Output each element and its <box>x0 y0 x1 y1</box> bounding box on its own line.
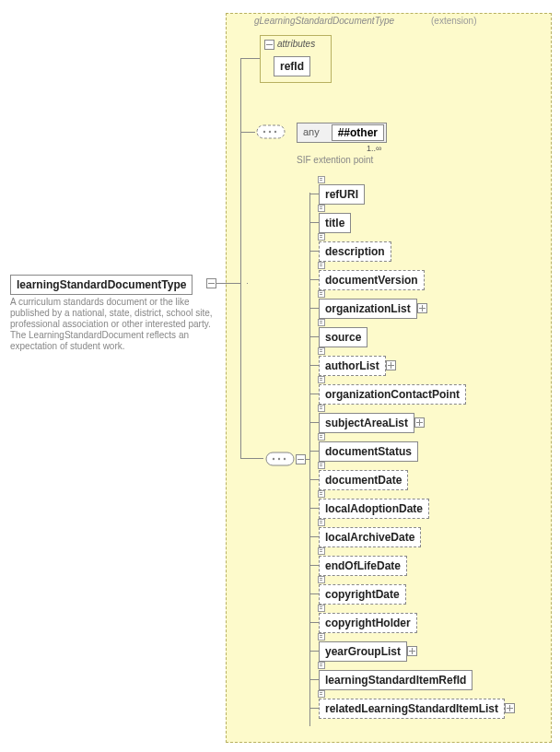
element-authorList: authorList <box>319 356 386 376</box>
element-source: source <box>319 327 368 347</box>
doc-icon <box>318 690 325 698</box>
element-label: documentVersion <box>325 274 418 287</box>
element-label: organizationList <box>325 302 411 315</box>
doc-icon <box>318 233 325 241</box>
root-expander[interactable] <box>206 278 216 288</box>
svg-point-1 <box>263 131 265 133</box>
element-endOfLifeDate: endOfLifeDate <box>319 556 407 576</box>
svg-point-2 <box>269 131 271 133</box>
attr-refid-label: refId <box>280 60 304 73</box>
element-label: title <box>325 217 344 229</box>
attributes-label: attributes <box>277 39 315 49</box>
element-label: source <box>325 331 361 344</box>
doc-icon <box>318 319 325 326</box>
element-yearGroupList: yearGroupList <box>319 641 407 662</box>
doc-icon <box>318 462 325 469</box>
doc-icon <box>318 605 325 612</box>
expand-relatedLearningStandardItemList[interactable] <box>505 703 515 713</box>
doc-icon <box>318 376 325 383</box>
element-label: copyrightDate <box>325 588 400 601</box>
doc-icon <box>318 633 325 640</box>
element-description: description <box>319 241 391 262</box>
any-value: ##other <box>332 124 384 141</box>
element-label: localArchiveDate <box>325 531 414 544</box>
attr-refid: refId <box>274 56 310 76</box>
element-label: documentStatus <box>325 445 412 458</box>
doc-icon <box>318 405 325 412</box>
doc-icon <box>318 576 325 583</box>
root-type-node: learningStandardDocumentType <box>10 275 192 295</box>
element-relatedLearningStandardItemList: relatedLearningStandardItemList <box>319 699 505 719</box>
element-localArchiveDate: localArchiveDate <box>319 527 421 547</box>
element-subjectAreaList: subjectAreaList <box>319 413 414 433</box>
element-documentDate: documentDate <box>319 470 408 490</box>
element-label: refURI <box>325 188 358 201</box>
seq-any <box>254 123 286 139</box>
canvas: gLearningStandardDocumentType (extension… <box>0 0 560 752</box>
element-label: documentDate <box>325 474 402 487</box>
element-refURI: refURI <box>319 184 365 205</box>
svg-point-5 <box>273 458 274 460</box>
element-documentVersion: documentVersion <box>319 270 425 290</box>
doc-icon <box>318 490 325 498</box>
element-label: yearGroupList <box>325 645 401 658</box>
element-label: copyrightHolder <box>325 617 411 629</box>
svg-point-3 <box>274 131 276 133</box>
svg-point-6 <box>278 458 280 460</box>
expand-subjectAreaList[interactable] <box>414 417 425 428</box>
element-localAdoptionDate: localAdoptionDate <box>319 499 429 519</box>
element-organizationList: organizationList <box>319 299 417 319</box>
element-learningStandardItemRefId: learningStandardItemRefId <box>319 670 472 690</box>
element-copyrightDate: copyrightDate <box>319 584 406 605</box>
element-label: subjectAreaList <box>325 417 408 429</box>
any-note: SIF extention point <box>297 155 373 165</box>
doc-icon <box>318 262 325 269</box>
element-label: relatedLearningStandardItemList <box>325 702 498 715</box>
root-label: learningStandardDocumentType <box>17 278 186 291</box>
any-cardinality: 1..∞ <box>367 144 381 153</box>
group-title: gLearningStandardDocumentType <box>254 16 394 26</box>
element-label: learningStandardItemRefId <box>325 674 466 687</box>
group-ext-label: (extension) <box>431 16 476 26</box>
any-label: any <box>303 126 320 137</box>
doc-icon <box>318 433 325 441</box>
collapse-attr[interactable] <box>264 40 274 50</box>
expand-organizationList[interactable] <box>417 303 427 313</box>
svg-point-7 <box>284 458 286 460</box>
children-backbone <box>309 193 310 726</box>
element-label: endOfLifeDate <box>325 559 401 572</box>
seq-main-expander[interactable] <box>296 454 306 464</box>
element-label: authorList <box>325 359 379 372</box>
doc-icon <box>318 662 325 669</box>
root-description: A curriculum standards document or the l… <box>10 297 213 352</box>
element-title: title <box>319 213 351 233</box>
attributes-box: attributes refId <box>260 35 332 83</box>
expand-authorList[interactable] <box>386 360 396 370</box>
element-documentStatus: documentStatus <box>319 441 418 462</box>
doc-icon <box>318 347 325 355</box>
doc-icon <box>318 290 325 298</box>
doc-icon <box>318 547 325 555</box>
element-label: description <box>325 245 385 258</box>
doc-icon <box>318 519 325 526</box>
expand-yearGroupList[interactable] <box>407 646 417 656</box>
seq-main <box>263 450 295 466</box>
element-copyrightHolder: copyrightHolder <box>319 613 417 633</box>
element-label: organizationContactPoint <box>325 388 460 401</box>
doc-icon <box>318 176 325 183</box>
any-other: any ##other <box>297 123 387 143</box>
element-label: localAdoptionDate <box>325 502 423 515</box>
doc-icon <box>318 205 325 212</box>
element-organizationContactPoint: organizationContactPoint <box>319 384 466 405</box>
